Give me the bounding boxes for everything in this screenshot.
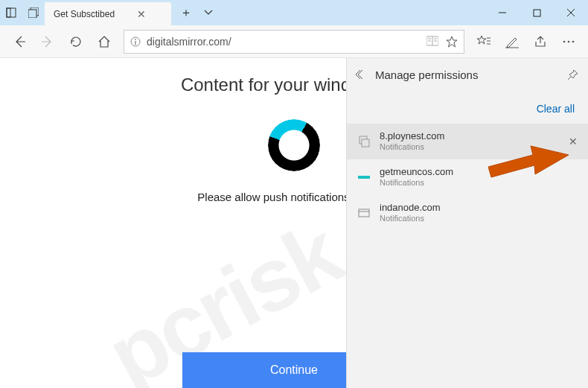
permission-type: Notifications [380, 214, 578, 223]
permission-item[interactable]: 8.ploynest.com Notifications ✕ [347, 124, 588, 159]
permission-item[interactable]: indanode.com Notifications [347, 195, 588, 231]
svg-rect-23 [362, 139, 369, 147]
panel-back-icon[interactable] [356, 69, 366, 80]
permission-domain: indanode.com [380, 203, 578, 214]
favorites-list-icon[interactable] [470, 28, 497, 55]
url-text: digitalsmirror.com/ [147, 36, 421, 48]
svg-rect-5 [534, 10, 540, 16]
svg-rect-25 [359, 209, 369, 217]
svg-point-19 [563, 40, 566, 42]
reading-view-icon[interactable] [426, 36, 438, 48]
maximize-button[interactable] [520, 0, 554, 25]
panel-title: Manage permissions [375, 69, 558, 81]
minimize-button[interactable] [485, 0, 520, 25]
close-tab-icon[interactable]: ✕ [137, 8, 146, 20]
continue-button-label: Continue [270, 363, 318, 377]
tab-title: Get Subsctibed [54, 9, 115, 19]
address-bar[interactable]: digitalsmirror.com/ [124, 30, 464, 54]
site-info-icon[interactable] [130, 36, 141, 47]
site-icon [357, 135, 371, 148]
toolbar-right-icons [470, 28, 582, 55]
tab-actions-button-1[interactable] [0, 0, 22, 25]
site-icon [357, 171, 371, 184]
more-icon[interactable] [555, 28, 582, 55]
svg-point-21 [572, 40, 575, 42]
browser-toolbar: digitalsmirror.com/ [0, 25, 588, 58]
window-titlebar: Get Subsctibed ✕ ＋ [0, 0, 588, 25]
svg-rect-24 [358, 176, 370, 179]
remove-permission-icon[interactable]: ✕ [569, 136, 578, 147]
loading-spinner-icon [268, 119, 320, 171]
tab-actions-button-2[interactable] [22, 0, 45, 25]
permission-domain: 8.ploynest.com [380, 131, 560, 142]
refresh-button[interactable] [63, 28, 89, 55]
titlebar-left [0, 0, 45, 25]
permission-type: Notifications [380, 178, 578, 188]
forward-button[interactable] [34, 28, 61, 55]
tab-strip-actions: ＋ [171, 0, 223, 25]
svg-rect-3 [28, 10, 36, 18]
share-icon[interactable] [527, 28, 554, 55]
permission-domain: getmeuncos.com [380, 167, 578, 178]
clear-all-row: Clear all [347, 91, 588, 124]
new-tab-button[interactable]: ＋ [177, 5, 195, 21]
pin-icon[interactable] [567, 69, 579, 80]
permissions-panel: Manage permissions Clear all 8.ploynest.… [346, 58, 588, 388]
permission-type: Notifications [380, 142, 560, 152]
close-window-button[interactable] [554, 0, 588, 25]
clear-all-link[interactable]: Clear all [537, 103, 575, 115]
window-controls [485, 0, 588, 25]
permissions-list: 8.ploynest.com Notifications ✕ getmeunco… [347, 124, 588, 231]
svg-point-20 [568, 40, 570, 42]
svg-rect-0 [7, 8, 16, 17]
tabs-dropdown-icon[interactable] [199, 8, 217, 17]
browser-tab[interactable]: Get Subsctibed ✕ [45, 2, 171, 25]
favorite-icon[interactable] [446, 36, 458, 48]
site-icon [357, 206, 371, 220]
back-button[interactable] [6, 28, 33, 55]
permission-item[interactable]: getmeuncos.com Notifications [347, 159, 588, 195]
svg-rect-1 [7, 8, 10, 17]
notes-icon[interactable] [499, 28, 525, 55]
svg-point-8 [135, 39, 136, 40]
home-button[interactable] [91, 28, 118, 55]
panel-header: Manage permissions [347, 58, 588, 91]
